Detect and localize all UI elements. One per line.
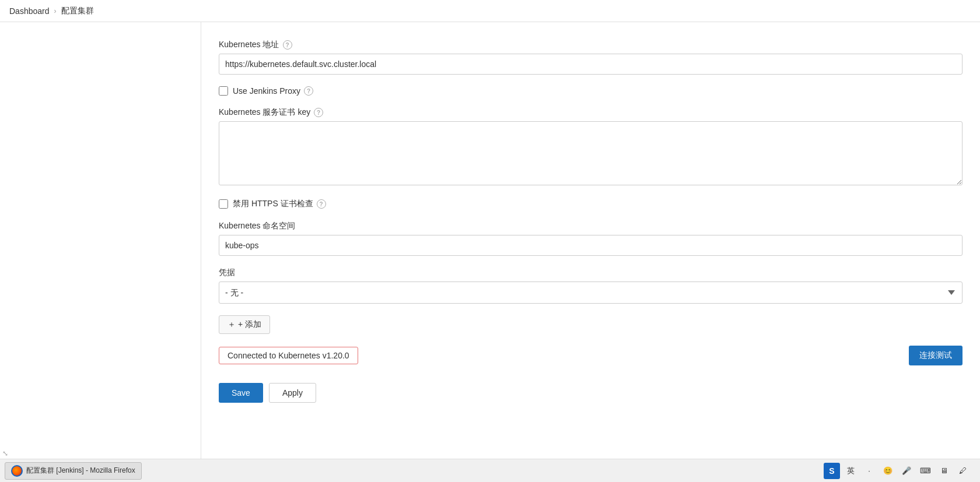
use-jenkins-proxy-label: Use Jenkins Proxy ? bbox=[233, 86, 313, 96]
use-jenkins-proxy-checkbox[interactable] bbox=[219, 86, 228, 96]
tray-icon-keyboard[interactable]: ⌨ bbox=[917, 463, 933, 479]
tray-icon-mic[interactable]: 🎤 bbox=[898, 463, 915, 479]
add-button-group: ＋ + 添加 bbox=[219, 315, 963, 334]
credentials-select[interactable]: - 无 - bbox=[219, 282, 963, 304]
tray-icon-language[interactable]: 英 bbox=[842, 463, 859, 479]
apply-button[interactable]: Apply bbox=[269, 383, 316, 403]
tray-icon-emoji[interactable]: 😊 bbox=[880, 463, 896, 479]
disable-https-check-row: 禁用 HTTPS 证书检查 ? bbox=[219, 199, 963, 209]
disable-https-check-checkbox[interactable] bbox=[219, 199, 228, 209]
kubernetes-namespace-input[interactable] bbox=[219, 235, 963, 256]
breadcrumb-bar: Dashboard › 配置集群 bbox=[0, 0, 980, 22]
kubernetes-cert-key-label: Kubernetes 服务证书 key ? bbox=[219, 107, 963, 118]
left-sidebar bbox=[0, 22, 201, 482]
disable-https-check-help-icon[interactable]: ? bbox=[317, 199, 326, 209]
credentials-label: 凭据 bbox=[219, 268, 963, 278]
kubernetes-address-help-icon[interactable]: ? bbox=[283, 40, 292, 50]
credentials-group: 凭据 - 无 - bbox=[219, 268, 963, 304]
kubernetes-cert-key-textarea[interactable] bbox=[219, 121, 963, 185]
tray-icon-s[interactable]: S bbox=[824, 463, 840, 479]
breadcrumb-current: 配置集群 bbox=[61, 6, 94, 16]
resize-icon[interactable]: ⤡ bbox=[2, 449, 8, 458]
main-layout: Kubernetes 地址 ? Use Jenkins Proxy ? Kube… bbox=[0, 22, 980, 482]
firefox-icon bbox=[11, 465, 23, 477]
kubernetes-cert-key-group: Kubernetes 服务证书 key ? bbox=[219, 107, 963, 187]
use-jenkins-proxy-row: Use Jenkins Proxy ? bbox=[219, 86, 963, 96]
breadcrumb-home[interactable]: Dashboard bbox=[9, 6, 50, 16]
taskbar-tray: S 英 · 😊 🎤 ⌨ 🖥 🖊 bbox=[824, 463, 975, 479]
taskbar: 配置集群 [Jenkins] - Mozilla Firefox S 英 · 😊… bbox=[0, 459, 980, 482]
kubernetes-address-input[interactable] bbox=[219, 54, 963, 75]
kubernetes-namespace-label: Kubernetes 命名空间 bbox=[219, 221, 963, 231]
connection-row: Connected to Kubernetes v1.20.0 连接测试 bbox=[219, 346, 963, 365]
kubernetes-address-label: Kubernetes 地址 ? bbox=[219, 40, 963, 50]
kubernetes-cert-key-help-icon[interactable]: ? bbox=[314, 108, 323, 117]
kubernetes-namespace-group: Kubernetes 命名空间 bbox=[219, 221, 963, 256]
breadcrumb-separator: › bbox=[54, 7, 57, 15]
taskbar-firefox-item[interactable]: 配置集群 [Jenkins] - Mozilla Firefox bbox=[5, 462, 142, 480]
content-area: Kubernetes 地址 ? Use Jenkins Proxy ? Kube… bbox=[201, 22, 980, 482]
kubernetes-address-group: Kubernetes 地址 ? bbox=[219, 40, 963, 75]
add-button[interactable]: ＋ + 添加 bbox=[219, 315, 270, 334]
connect-test-button[interactable]: 连接测试 bbox=[909, 346, 963, 365]
add-icon: ＋ bbox=[228, 319, 236, 330]
taskbar-item-label: 配置集群 [Jenkins] - Mozilla Firefox bbox=[26, 466, 135, 476]
footer-buttons: Save Apply bbox=[219, 377, 963, 403]
connection-status: Connected to Kubernetes v1.20.0 bbox=[219, 347, 358, 364]
tray-icon-monitor[interactable]: 🖥 bbox=[936, 463, 952, 479]
use-jenkins-proxy-help-icon[interactable]: ? bbox=[304, 86, 313, 96]
tray-icon-pen[interactable]: 🖊 bbox=[954, 463, 971, 479]
scroll-content: Kubernetes 地址 ? Use Jenkins Proxy ? Kube… bbox=[219, 34, 963, 403]
disable-https-check-label: 禁用 HTTPS 证书检查 ? bbox=[233, 199, 326, 209]
save-button[interactable]: Save bbox=[219, 383, 263, 403]
tray-icon-dot[interactable]: · bbox=[861, 463, 877, 479]
